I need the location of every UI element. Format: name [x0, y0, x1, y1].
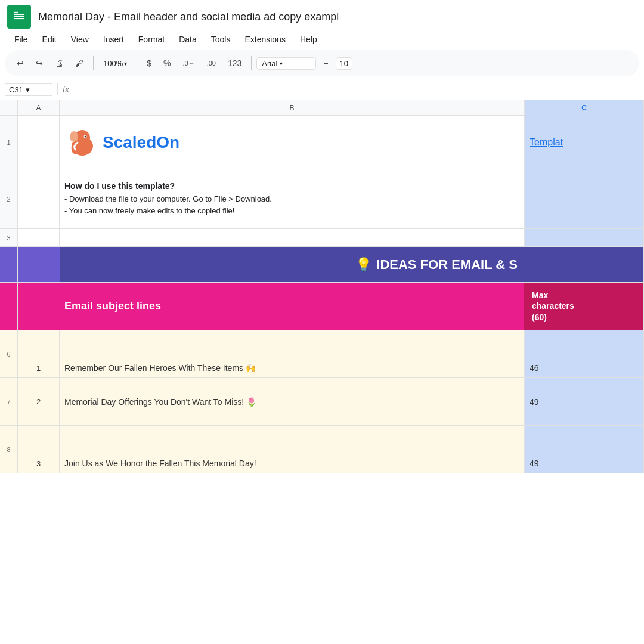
font-name: Arial [262, 59, 277, 68]
font-size-decrease-button[interactable]: − [318, 56, 333, 70]
zoom-value: 100% [103, 59, 123, 68]
menu-help[interactable]: Help [293, 32, 324, 47]
menu-edit[interactable]: Edit [35, 32, 64, 47]
char-count-1: 46 [530, 363, 539, 373]
font-chevron-icon: ▾ [280, 60, 283, 67]
sheet-body: 1 [0, 116, 644, 473]
subject-text-3: Join Us as We Honor the Fallen This Memo… [64, 459, 256, 468]
row-num-6: 6 [0, 330, 18, 377]
svg-point-9 [70, 131, 78, 142]
cell-b2[interactable]: How do I use this template? - Download t… [60, 169, 525, 228]
zoom-selector[interactable]: 100% ▾ [98, 58, 132, 69]
undo-button[interactable]: ↩ [12, 56, 29, 70]
subject-text-2: Memorial Day Offerings You Don't Want To… [64, 397, 256, 407]
toolbar-divider-2 [137, 56, 137, 70]
col-header-c[interactable]: C [525, 100, 644, 116]
how-to-title: How do I use this template? [64, 181, 175, 191]
cell-a3[interactable] [18, 229, 60, 246]
cell-c8[interactable]: 49 [525, 426, 644, 473]
svg-rect-1 [14, 14, 24, 15]
row-num-7: 7 [0, 378, 18, 425]
formula-divider [57, 83, 58, 95]
row-num-8: 8 [0, 426, 18, 473]
toolbar: ↩ ↪ 🖨 🖌 100% ▾ $ % .0← .00 123 Arial ▾ −… [5, 50, 639, 76]
cell-a7[interactable]: 2 [18, 378, 60, 425]
menu-data[interactable]: Data [172, 32, 204, 47]
table-row: 6 1 Remember Our Fallen Heroes With Thes… [0, 330, 644, 378]
cell-a4[interactable] [18, 247, 60, 282]
table-row: 8 3 Join Us as We Honor the Fallen This … [0, 426, 644, 473]
ideas-header-text: IDEAS FOR EMAIL & S [376, 257, 518, 273]
char-count-3: 49 [530, 459, 539, 468]
menu-view[interactable]: View [64, 32, 96, 47]
cell-b4[interactable]: 💡 IDEAS FOR EMAIL & S [60, 247, 525, 282]
cell-a5[interactable] [18, 283, 60, 330]
font-size-value: 10 [340, 59, 348, 68]
cell-c5[interactable]: Maxcharacters(60) [525, 283, 644, 330]
char-count-2: 49 [530, 397, 539, 407]
table-row: 7 2 Memorial Day Offerings You Don't Wan… [0, 378, 644, 426]
cell-c4[interactable] [525, 247, 644, 282]
menu-format[interactable]: Format [131, 32, 172, 47]
app-icon [7, 5, 31, 29]
menu-bar: File Edit View Insert Format Data Tools … [0, 31, 644, 48]
row-num-4 [0, 247, 18, 282]
decimal-decrease-button[interactable]: .0← [178, 57, 200, 69]
svg-point-8 [85, 135, 86, 137]
menu-insert[interactable]: Insert [96, 32, 131, 47]
table-row: 1 [0, 116, 644, 169]
row-num-2: 2 [0, 169, 18, 228]
cell-a1[interactable] [18, 116, 60, 169]
cell-ref-value: C31 [9, 85, 23, 94]
print-button[interactable]: 🖨 [50, 56, 68, 70]
table-row: 💡 IDEAS FOR EMAIL & S [0, 247, 644, 283]
menu-tools[interactable]: Tools [204, 32, 238, 47]
font-selector[interactable]: Arial ▾ [256, 57, 316, 70]
row-num-header [0, 100, 18, 115]
item-num-2: 2 [36, 397, 41, 406]
cell-b3[interactable] [60, 229, 525, 246]
paint-format-button[interactable]: 🖌 [70, 56, 88, 70]
cell-a8[interactable]: 3 [18, 426, 60, 473]
decimal-increase-button[interactable]: .00 [202, 57, 221, 69]
toolbar-divider-3 [251, 56, 252, 70]
menu-file[interactable]: File [7, 32, 35, 47]
how-to-body: - Download the file to your computer. Go… [64, 193, 272, 216]
format-123-button[interactable]: 123 [223, 56, 246, 70]
cell-c1[interactable]: Templat [525, 116, 644, 169]
item-num-1: 1 [36, 364, 41, 373]
cell-b6[interactable]: Remember Our Fallen Heroes With These It… [60, 330, 525, 377]
menu-extensions[interactable]: Extensions [237, 32, 292, 47]
cell-a2[interactable] [18, 169, 60, 228]
email-subject-label: Email subject lines [64, 300, 161, 312]
template-link[interactable]: Templat [530, 137, 563, 148]
cell-b8[interactable]: Join Us as We Honor the Fallen This Memo… [60, 426, 525, 473]
cell-a6[interactable]: 1 [18, 330, 60, 377]
font-size-box[interactable]: 10 [336, 57, 352, 70]
row-num-1: 1 [0, 116, 18, 169]
svg-rect-2 [14, 16, 24, 17]
cell-c7[interactable]: 49 [525, 378, 644, 425]
cell-c2[interactable] [525, 169, 644, 228]
table-row: 3 [0, 229, 644, 247]
cell-c6[interactable]: 46 [525, 330, 644, 377]
lightbulb-icon: 💡 [355, 257, 371, 273]
currency-button[interactable]: $ [142, 56, 156, 70]
cell-b7[interactable]: Memorial Day Offerings You Don't Want To… [60, 378, 525, 425]
max-chars-label: Maxcharacters(60) [532, 290, 574, 323]
col-header-b[interactable]: B [60, 100, 525, 116]
cell-b1[interactable]: ScaledOn [60, 116, 525, 169]
logo-text: ScaledOn [103, 133, 179, 152]
redo-button[interactable]: ↪ [31, 56, 48, 70]
cell-b5[interactable]: Email subject lines [60, 283, 525, 330]
cell-c3[interactable] [525, 229, 644, 246]
fx-label: fx [63, 85, 69, 94]
cell-reference-box[interactable]: C31 ▾ [5, 83, 52, 96]
item-num-3: 3 [36, 459, 41, 468]
percent-button[interactable]: % [159, 56, 175, 70]
col-header-a[interactable]: A [18, 100, 60, 116]
cell-ref-chevron-icon: ▾ [26, 85, 30, 94]
table-row: 2 How do I use this template? - Download… [0, 169, 644, 229]
title-bar: Memorial Day - Email header and social m… [0, 0, 644, 31]
subject-text-1: Remember Our Fallen Heroes With These It… [64, 363, 256, 373]
